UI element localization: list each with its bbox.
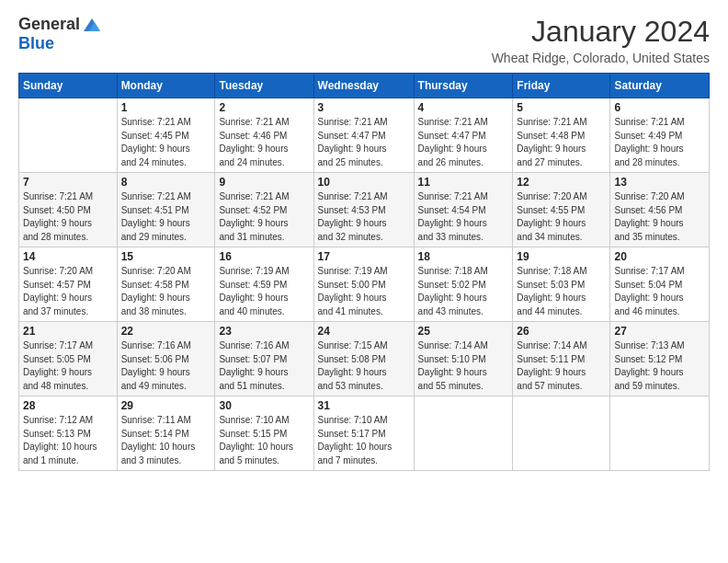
calendar-table: SundayMondayTuesdayWednesdayThursdayFrid… xyxy=(18,73,710,471)
day-cell: 11Sunrise: 7:21 AMSunset: 4:54 PMDayligh… xyxy=(414,173,513,247)
day-number: 24 xyxy=(318,325,410,338)
week-row-3: 14Sunrise: 7:20 AMSunset: 4:57 PMDayligh… xyxy=(19,247,710,322)
day-number: 27 xyxy=(614,325,705,338)
weekday-header-monday: Monday xyxy=(117,74,215,98)
weekday-header-wednesday: Wednesday xyxy=(313,74,414,98)
day-info: Sunrise: 7:18 AMSunset: 5:02 PMDaylight:… xyxy=(418,265,509,318)
day-cell xyxy=(414,396,513,471)
day-info: Sunrise: 7:16 AMSunset: 5:06 PMDaylight:… xyxy=(121,339,211,393)
day-info: Sunrise: 7:11 AMSunset: 5:14 PMDaylight:… xyxy=(121,414,211,467)
day-number: 21 xyxy=(23,325,113,338)
day-cell: 23Sunrise: 7:16 AMSunset: 5:07 PMDayligh… xyxy=(215,322,313,396)
day-info: Sunrise: 7:10 AMSunset: 5:15 PMDaylight:… xyxy=(219,414,309,467)
day-cell: 19Sunrise: 7:18 AMSunset: 5:03 PMDayligh… xyxy=(513,247,610,322)
day-cell: 21Sunrise: 7:17 AMSunset: 5:05 PMDayligh… xyxy=(19,322,118,396)
day-info: Sunrise: 7:14 AMSunset: 5:11 PMDaylight:… xyxy=(517,339,606,393)
day-number: 13 xyxy=(614,176,705,189)
day-info: Sunrise: 7:19 AMSunset: 4:59 PMDaylight:… xyxy=(219,265,309,318)
day-number: 8 xyxy=(121,176,211,189)
day-cell: 22Sunrise: 7:16 AMSunset: 5:06 PMDayligh… xyxy=(117,322,215,396)
day-number: 26 xyxy=(517,325,606,338)
day-cell: 5Sunrise: 7:21 AMSunset: 4:48 PMDaylight… xyxy=(513,98,610,173)
day-info: Sunrise: 7:16 AMSunset: 5:07 PMDaylight:… xyxy=(219,339,309,393)
day-cell: 3Sunrise: 7:21 AMSunset: 4:47 PMDaylight… xyxy=(313,98,414,173)
day-cell: 28Sunrise: 7:12 AMSunset: 5:13 PMDayligh… xyxy=(19,396,118,471)
day-number: 31 xyxy=(318,399,410,412)
title-block: January 2024 Wheat Ridge, Colorado, Unit… xyxy=(492,15,710,65)
day-cell: 1Sunrise: 7:21 AMSunset: 4:45 PMDaylight… xyxy=(117,98,215,173)
logo-general-text: General xyxy=(18,16,80,34)
day-cell: 13Sunrise: 7:20 AMSunset: 4:56 PMDayligh… xyxy=(610,173,710,247)
day-info: Sunrise: 7:21 AMSunset: 4:52 PMDaylight:… xyxy=(219,190,309,244)
day-cell: 27Sunrise: 7:13 AMSunset: 5:12 PMDayligh… xyxy=(610,322,710,396)
day-cell xyxy=(19,98,118,173)
weekday-header-row: SundayMondayTuesdayWednesdayThursdayFrid… xyxy=(19,74,710,98)
day-info: Sunrise: 7:21 AMSunset: 4:50 PMDaylight:… xyxy=(23,190,113,244)
day-number: 2 xyxy=(219,101,309,114)
day-cell: 6Sunrise: 7:21 AMSunset: 4:49 PMDaylight… xyxy=(610,98,710,173)
day-number: 25 xyxy=(418,325,509,338)
day-cell: 24Sunrise: 7:15 AMSunset: 5:08 PMDayligh… xyxy=(313,322,414,396)
day-info: Sunrise: 7:21 AMSunset: 4:49 PMDaylight:… xyxy=(614,116,705,169)
day-cell: 17Sunrise: 7:19 AMSunset: 5:00 PMDayligh… xyxy=(313,247,414,322)
day-number: 30 xyxy=(219,399,309,412)
day-cell: 29Sunrise: 7:11 AMSunset: 5:14 PMDayligh… xyxy=(117,396,215,471)
day-cell: 2Sunrise: 7:21 AMSunset: 4:46 PMDaylight… xyxy=(215,98,313,173)
day-info: Sunrise: 7:10 AMSunset: 5:17 PMDaylight:… xyxy=(318,414,410,467)
day-info: Sunrise: 7:21 AMSunset: 4:46 PMDaylight:… xyxy=(219,116,309,169)
day-number: 28 xyxy=(23,399,113,412)
day-info: Sunrise: 7:21 AMSunset: 4:53 PMDaylight:… xyxy=(318,190,410,244)
day-info: Sunrise: 7:15 AMSunset: 5:08 PMDaylight:… xyxy=(318,339,410,393)
day-info: Sunrise: 7:21 AMSunset: 4:54 PMDaylight:… xyxy=(418,190,509,244)
day-cell xyxy=(610,396,710,471)
day-info: Sunrise: 7:17 AMSunset: 5:05 PMDaylight:… xyxy=(23,339,113,393)
logo: General Blue xyxy=(18,15,102,53)
day-cell: 31Sunrise: 7:10 AMSunset: 5:17 PMDayligh… xyxy=(313,396,414,471)
day-number: 22 xyxy=(121,325,211,338)
weekday-header-saturday: Saturday xyxy=(610,74,710,98)
weekday-header-thursday: Thursday xyxy=(414,74,513,98)
day-number: 5 xyxy=(517,101,606,114)
day-info: Sunrise: 7:21 AMSunset: 4:47 PMDaylight:… xyxy=(418,116,509,169)
day-cell: 26Sunrise: 7:14 AMSunset: 5:11 PMDayligh… xyxy=(513,322,610,396)
day-cell: 12Sunrise: 7:20 AMSunset: 4:55 PMDayligh… xyxy=(513,173,610,247)
logo-blue-text: Blue xyxy=(18,34,54,52)
day-cell: 4Sunrise: 7:21 AMSunset: 4:47 PMDaylight… xyxy=(414,98,513,173)
day-number: 15 xyxy=(121,250,211,263)
weekday-header-friday: Friday xyxy=(513,74,610,98)
day-info: Sunrise: 7:21 AMSunset: 4:45 PMDaylight:… xyxy=(121,116,211,169)
day-info: Sunrise: 7:21 AMSunset: 4:51 PMDaylight:… xyxy=(121,190,211,244)
day-cell: 16Sunrise: 7:19 AMSunset: 4:59 PMDayligh… xyxy=(215,247,313,322)
logo-icon xyxy=(82,15,102,35)
day-number: 14 xyxy=(23,250,113,263)
day-cell: 8Sunrise: 7:21 AMSunset: 4:51 PMDaylight… xyxy=(117,173,215,247)
day-number: 23 xyxy=(219,325,309,338)
day-number: 9 xyxy=(219,176,309,189)
calendar-subtitle: Wheat Ridge, Colorado, United States xyxy=(492,51,710,65)
week-row-5: 28Sunrise: 7:12 AMSunset: 5:13 PMDayligh… xyxy=(19,396,710,471)
day-number: 10 xyxy=(318,176,410,189)
day-info: Sunrise: 7:20 AMSunset: 4:56 PMDaylight:… xyxy=(614,190,705,244)
day-number: 11 xyxy=(418,176,509,189)
day-cell xyxy=(513,396,610,471)
day-cell: 14Sunrise: 7:20 AMSunset: 4:57 PMDayligh… xyxy=(19,247,118,322)
day-number: 17 xyxy=(318,250,410,263)
day-cell: 30Sunrise: 7:10 AMSunset: 5:15 PMDayligh… xyxy=(215,396,313,471)
day-number: 6 xyxy=(614,101,705,114)
day-number: 3 xyxy=(318,101,410,114)
day-info: Sunrise: 7:18 AMSunset: 5:03 PMDaylight:… xyxy=(517,265,606,318)
day-cell: 10Sunrise: 7:21 AMSunset: 4:53 PMDayligh… xyxy=(313,173,414,247)
day-info: Sunrise: 7:20 AMSunset: 4:57 PMDaylight:… xyxy=(23,265,113,318)
day-number: 1 xyxy=(121,101,211,114)
weekday-header-sunday: Sunday xyxy=(19,74,118,98)
page: General Blue January 2024 Wheat Ridge, C… xyxy=(0,0,728,563)
day-info: Sunrise: 7:12 AMSunset: 5:13 PMDaylight:… xyxy=(23,414,113,467)
day-number: 7 xyxy=(23,176,113,189)
day-number: 12 xyxy=(517,176,606,189)
day-cell: 18Sunrise: 7:18 AMSunset: 5:02 PMDayligh… xyxy=(414,247,513,322)
day-number: 16 xyxy=(219,250,309,263)
header: General Blue January 2024 Wheat Ridge, C… xyxy=(18,15,710,65)
day-info: Sunrise: 7:20 AMSunset: 4:55 PMDaylight:… xyxy=(517,190,606,244)
day-cell: 9Sunrise: 7:21 AMSunset: 4:52 PMDaylight… xyxy=(215,173,313,247)
day-number: 20 xyxy=(614,250,705,263)
